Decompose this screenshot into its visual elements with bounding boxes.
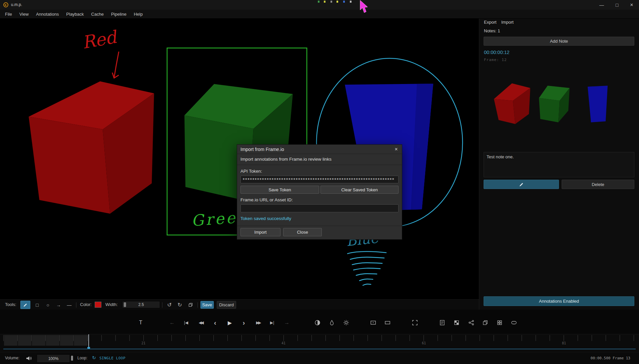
pencil-icon	[519, 182, 524, 187]
pencil-tool-button[interactable]	[20, 301, 30, 309]
safe-area-button[interactable]	[367, 317, 379, 329]
menu-help[interactable]: Help	[134, 12, 143, 17]
frameio-url-label: Frame.io URL or Asset ID:	[240, 197, 293, 202]
app-icon: ▶	[3, 2, 8, 7]
import-button[interactable]: Import	[240, 228, 280, 236]
exposure-button[interactable]	[340, 317, 352, 329]
volume-slider-handle[interactable]	[71, 356, 73, 361]
contrast-button[interactable]	[311, 317, 324, 329]
copy-frame-button[interactable]	[479, 317, 491, 329]
timeline-ruler[interactable]	[3, 335, 636, 341]
save-token-button[interactable]: Save Token	[240, 186, 319, 194]
speaker-icon[interactable]	[26, 356, 32, 362]
api-token-input[interactable]	[240, 176, 399, 183]
menu-view[interactable]: View	[19, 12, 29, 17]
notes-sidebar: Export Import Notes: 1 Add Note 00:00:00…	[479, 19, 639, 310]
window-title: u.m.p.	[11, 2, 22, 7]
exposure-icon	[343, 320, 349, 326]
arrow-icon: →	[56, 302, 61, 308]
safe-area-icon	[370, 320, 376, 326]
annotations-enabled-toggle[interactable]: Annotations Enabled	[484, 296, 634, 306]
frameio-url-input[interactable]	[240, 204, 399, 212]
width-label: Width:	[105, 302, 118, 307]
step-back-button[interactable]: ‹	[209, 317, 221, 329]
note-thumbnail[interactable]	[484, 67, 634, 150]
statusbar: Volume: 100% Loop: ↻ SINGLE LOOP 00:00.5…	[0, 352, 639, 364]
menu-annotations[interactable]: Annotations	[36, 12, 59, 17]
letterbox-button[interactable]	[382, 317, 394, 329]
rectangle-tool-button[interactable]: □	[33, 301, 42, 309]
playhead[interactable]	[88, 334, 89, 348]
notes-panel-icon	[439, 320, 445, 326]
fast-forward-button[interactable]: ▶▶	[252, 317, 265, 329]
note-text-area[interactable]: Test note one.	[484, 152, 634, 177]
menu-file[interactable]: File	[5, 12, 12, 17]
arrow-tool-button[interactable]: →	[54, 301, 63, 309]
capsule-view-button[interactable]	[508, 317, 520, 329]
text-tool-button[interactable]: T	[135, 317, 147, 329]
letterbox-icon	[385, 320, 391, 326]
notes-panel-button[interactable]	[436, 317, 448, 329]
token-status-message: Token saved successfully	[240, 216, 291, 221]
tick-label: 41	[279, 341, 287, 345]
discard-annotations-button[interactable]: Discard	[217, 301, 236, 309]
line-icon: —	[67, 302, 72, 308]
close-button[interactable]: ×	[624, 0, 639, 10]
node-graph-button[interactable]	[465, 317, 477, 329]
loop-mode[interactable]: SINGLE LOOP	[99, 356, 125, 360]
menubar: File View Annotations Playback Cache Pip…	[0, 10, 639, 19]
dialog-close-icon[interactable]: ×	[393, 146, 400, 153]
save-annotations-button[interactable]: Save	[200, 301, 214, 309]
width-slider-handle[interactable]	[124, 302, 126, 307]
red-arrow-annotation	[112, 52, 119, 78]
node-graph-icon	[468, 320, 474, 326]
maximize-button[interactable]: □	[610, 0, 624, 10]
menu-playback[interactable]: Playback	[66, 12, 84, 17]
red-annotation-text: Red	[81, 27, 120, 53]
minimize-button[interactable]: —	[594, 0, 609, 10]
menu-pipeline[interactable]: Pipeline	[111, 12, 126, 17]
timeline-progress-line	[3, 349, 636, 349]
application-window: ▶ u.m.p. — □ × File View Annotations Pla…	[0, 0, 639, 364]
jump-forward-button[interactable]: →	[281, 317, 293, 329]
play-button[interactable]: ▶	[224, 317, 236, 329]
add-note-button[interactable]: Add Note	[484, 37, 634, 46]
jump-back-button[interactable]: ←	[166, 317, 178, 329]
line-tool-button[interactable]: —	[65, 301, 74, 309]
time-display: 00:00.500 Frame 13	[591, 356, 630, 360]
import-link[interactable]: Import	[501, 20, 514, 25]
thumbnail-red-cube	[494, 83, 530, 124]
droplet-icon	[329, 320, 335, 326]
circle-tool-button[interactable]: ○	[43, 301, 52, 309]
duplicate-icon	[188, 302, 193, 307]
edit-note-button[interactable]	[484, 180, 559, 189]
fast-rewind-button[interactable]: ◀◀	[195, 317, 208, 329]
pencil-icon	[23, 303, 28, 307]
loop-icon[interactable]: ↻	[92, 355, 96, 360]
skip-to-start-button[interactable]: |◀	[180, 317, 192, 329]
checker-panel-button[interactable]	[451, 317, 463, 329]
grid-view-button[interactable]	[494, 317, 506, 329]
undo-button[interactable]: ↺	[165, 301, 174, 309]
contrast-icon	[314, 320, 321, 326]
volume-field[interactable]: 100%	[37, 354, 70, 363]
export-link[interactable]: Export	[484, 20, 497, 25]
titlebar[interactable]: ▶ u.m.p. — □ ×	[0, 0, 639, 10]
blue-scribble-annotation	[348, 252, 386, 285]
fullscreen-button[interactable]	[409, 317, 421, 329]
copy-icon	[482, 320, 488, 326]
blur-button[interactable]	[326, 317, 338, 329]
step-forward-button[interactable]: ›	[238, 317, 250, 329]
api-token-label: API Token:	[240, 169, 262, 174]
timeline[interactable]: 21 41 61 81	[0, 334, 639, 352]
menu-cache[interactable]: Cache	[91, 12, 104, 17]
color-swatch[interactable]	[95, 302, 101, 308]
redo-button[interactable]: ↻	[175, 301, 184, 309]
width-stepper[interactable]: 2.5	[122, 301, 160, 308]
delete-note-button[interactable]: Delete	[562, 180, 634, 189]
clear-saved-token-button[interactable]: Clear Saved Token	[321, 186, 399, 194]
duplicate-button[interactable]	[186, 301, 195, 309]
checker-panel-icon	[454, 320, 460, 326]
dialog-close-button[interactable]: Close	[283, 228, 322, 236]
skip-to-end-button[interactable]: ▶|	[266, 317, 278, 329]
